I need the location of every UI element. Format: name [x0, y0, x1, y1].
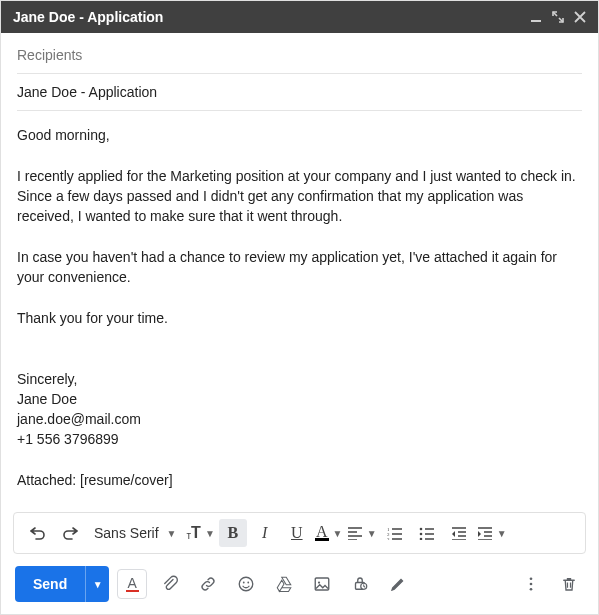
more-options-icon[interactable]	[516, 569, 546, 599]
subject-text: Jane Doe - Application	[17, 84, 157, 100]
chevron-down-icon: ▼	[367, 528, 377, 539]
svg-point-9	[248, 582, 250, 584]
window-controls	[530, 11, 586, 23]
recipients-field[interactable]: Recipients	[17, 37, 582, 74]
format-toolbar: Sans Serif ▼ тT ▼ B I U A ▼ ▼ 123 ▼	[13, 512, 586, 554]
svg-point-4	[419, 528, 422, 531]
header-fields: Recipients Jane Doe - Application	[1, 33, 598, 111]
indent-less-button[interactable]	[445, 519, 473, 547]
link-icon[interactable]	[193, 569, 223, 599]
align-button[interactable]: ▼	[347, 519, 377, 547]
svg-point-7	[239, 577, 253, 591]
trash-icon[interactable]	[554, 569, 584, 599]
chevron-down-icon: ▼	[205, 528, 215, 539]
undo-button[interactable]	[24, 519, 52, 547]
drive-icon[interactable]	[269, 569, 299, 599]
svg-point-11	[318, 581, 320, 583]
svg-point-16	[530, 588, 533, 591]
font-family-select[interactable]: Sans Serif ▼	[88, 519, 183, 547]
fullscreen-icon[interactable]	[552, 11, 564, 23]
svg-rect-0	[531, 20, 541, 22]
recipients-placeholder: Recipients	[17, 47, 82, 63]
bold-button[interactable]: B	[219, 519, 247, 547]
action-bar: Send ▼ A	[1, 560, 598, 614]
confidential-icon[interactable]	[345, 569, 375, 599]
chevron-down-icon: ▼	[333, 528, 343, 539]
subject-field[interactable]: Jane Doe - Application	[17, 74, 582, 111]
svg-rect-10	[315, 578, 329, 590]
svg-point-6	[419, 538, 422, 540]
window-title: Jane Doe - Application	[13, 9, 530, 25]
titlebar: Jane Doe - Application	[1, 1, 598, 33]
send-button[interactable]: Send	[15, 566, 85, 602]
svg-point-14	[530, 577, 533, 580]
italic-button[interactable]: I	[251, 519, 279, 547]
svg-point-5	[419, 533, 422, 536]
indent-more-button[interactable]: ▼	[477, 519, 507, 547]
close-icon[interactable]	[574, 11, 586, 23]
numbered-list-button[interactable]: 123	[381, 519, 409, 547]
redo-button[interactable]	[56, 519, 84, 547]
pen-icon[interactable]	[383, 569, 413, 599]
font-size-button[interactable]: тT ▼	[187, 519, 215, 547]
text-color-button[interactable]: A ▼	[315, 519, 343, 547]
chevron-down-icon: ▼	[167, 528, 177, 539]
attach-icon[interactable]	[155, 569, 185, 599]
svg-text:3: 3	[387, 537, 390, 540]
bullet-list-button[interactable]	[413, 519, 441, 547]
minimize-icon[interactable]	[530, 11, 542, 23]
underline-button[interactable]: U	[283, 519, 311, 547]
compose-window: Jane Doe - Application Recipients Jane D…	[0, 0, 599, 615]
image-icon[interactable]	[307, 569, 337, 599]
formatting-options-button[interactable]: A	[117, 569, 147, 599]
send-options-button[interactable]: ▼	[85, 566, 109, 602]
chevron-down-icon: ▼	[497, 528, 507, 539]
font-family-label: Sans Serif	[94, 525, 159, 541]
svg-point-8	[243, 582, 245, 584]
message-body[interactable]: Good morning, I recently applied for the…	[1, 111, 598, 504]
send-button-group: Send ▼	[15, 566, 109, 602]
svg-point-15	[530, 583, 533, 586]
emoji-icon[interactable]	[231, 569, 261, 599]
